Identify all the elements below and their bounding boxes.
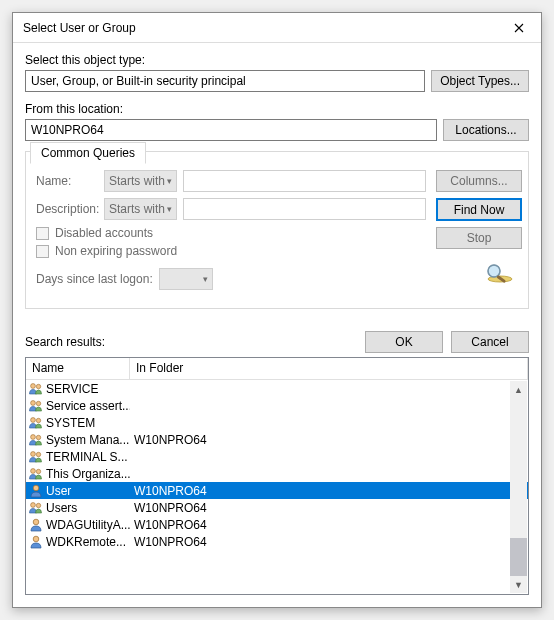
days-since-logon-combo[interactable]: ▾: [159, 268, 213, 290]
table-row[interactable]: WDAGUtilityA...W10NPRO64: [26, 516, 528, 533]
search-results-list[interactable]: Name In Folder SERVICEService assert...S…: [25, 357, 529, 595]
column-header-folder[interactable]: In Folder: [130, 358, 528, 379]
group-icon: [28, 398, 44, 414]
chevron-down-icon: ▾: [167, 204, 172, 214]
group-icon: [28, 381, 44, 397]
select-user-or-group-dialog: Select User or Group Select this object …: [12, 12, 542, 608]
result-folder: W10NPRO64: [130, 433, 528, 447]
table-row[interactable]: UsersW10NPRO64: [26, 499, 528, 516]
location-field[interactable]: W10NPRO64: [25, 119, 437, 141]
search-results-label: Search results:: [25, 335, 105, 349]
result-name: Users: [46, 501, 77, 515]
common-queries-group: Common Queries Name: Starts with ▾ Descr…: [25, 151, 529, 309]
result-name: Service assert...: [46, 399, 130, 413]
cancel-button[interactable]: Cancel: [451, 331, 529, 353]
user-icon: [28, 483, 44, 499]
table-row[interactable]: SERVICE: [26, 380, 528, 397]
result-folder: W10NPRO64: [130, 535, 528, 549]
disabled-accounts-checkbox[interactable]: [36, 227, 49, 240]
table-row[interactable]: Service assert...: [26, 397, 528, 414]
description-match-combo[interactable]: Starts with ▾: [104, 198, 177, 220]
days-since-logon-label: Days since last logon:: [36, 272, 153, 286]
caret-up-icon: ▲: [514, 385, 523, 395]
scroll-track[interactable]: [510, 398, 527, 576]
name-input[interactable]: [183, 170, 426, 192]
scroll-up-button[interactable]: ▲: [510, 381, 527, 398]
scroll-down-button[interactable]: ▼: [510, 576, 527, 593]
common-queries-tab[interactable]: Common Queries: [30, 142, 146, 164]
result-name: WDAGUtilityA...: [46, 518, 130, 532]
non-expiring-label: Non expiring password: [55, 244, 177, 258]
user-icon: [28, 534, 44, 550]
object-types-button[interactable]: Object Types...: [431, 70, 529, 92]
table-row[interactable]: SYSTEM: [26, 414, 528, 431]
columns-button[interactable]: Columns...: [436, 170, 522, 192]
disabled-accounts-label: Disabled accounts: [55, 226, 153, 240]
result-folder: W10NPRO64: [130, 501, 528, 515]
group-icon: [28, 466, 44, 482]
result-name: TERMINAL S...: [46, 450, 128, 464]
non-expiring-checkbox[interactable]: [36, 245, 49, 258]
user-icon: [28, 517, 44, 533]
close-button[interactable]: [499, 14, 539, 42]
group-icon: [28, 449, 44, 465]
scroll-thumb[interactable]: [510, 538, 527, 576]
table-row[interactable]: UserW10NPRO64: [26, 482, 528, 499]
dialog-body: Select this object type: User, Group, or…: [13, 43, 541, 327]
group-icon: [28, 415, 44, 431]
close-icon: [514, 23, 524, 33]
chevron-down-icon: ▾: [203, 274, 208, 284]
titlebar: Select User or Group: [13, 13, 541, 43]
stop-button[interactable]: Stop: [436, 227, 522, 249]
group-icon: [28, 432, 44, 448]
description-input[interactable]: [183, 198, 426, 220]
caret-down-icon: ▼: [514, 580, 523, 590]
table-row[interactable]: TERMINAL S...: [26, 448, 528, 465]
name-label: Name:: [36, 174, 98, 188]
table-row[interactable]: WDKRemote...W10NPRO64: [26, 533, 528, 550]
result-folder: W10NPRO64: [130, 518, 528, 532]
locations-button[interactable]: Locations...: [443, 119, 529, 141]
name-match-combo[interactable]: Starts with ▾: [104, 170, 177, 192]
result-name: User: [46, 484, 71, 498]
object-type-label: Select this object type:: [25, 53, 529, 67]
group-icon: [28, 500, 44, 516]
scrollbar[interactable]: ▲ ▼: [510, 381, 527, 593]
results-header: Name In Folder: [26, 358, 528, 380]
result-name: SYSTEM: [46, 416, 95, 430]
chevron-down-icon: ▾: [167, 176, 172, 186]
ok-button[interactable]: OK: [365, 331, 443, 353]
table-row[interactable]: System Mana...W10NPRO64: [26, 431, 528, 448]
dialog-title: Select User or Group: [23, 21, 499, 35]
description-label: Description:: [36, 202, 98, 216]
result-name: System Mana...: [46, 433, 129, 447]
result-folder: W10NPRO64: [130, 484, 250, 498]
table-row[interactable]: This Organiza...: [26, 465, 528, 482]
column-header-name[interactable]: Name: [26, 358, 130, 379]
magnifier-folder-icon: [484, 261, 518, 287]
object-type-field[interactable]: User, Group, or Built-in security princi…: [25, 70, 425, 92]
result-name: This Organiza...: [46, 467, 130, 481]
location-label: From this location:: [25, 102, 529, 116]
result-name: WDKRemote...: [46, 535, 126, 549]
result-name: SERVICE: [46, 382, 98, 396]
find-now-button[interactable]: Find Now: [436, 198, 522, 221]
